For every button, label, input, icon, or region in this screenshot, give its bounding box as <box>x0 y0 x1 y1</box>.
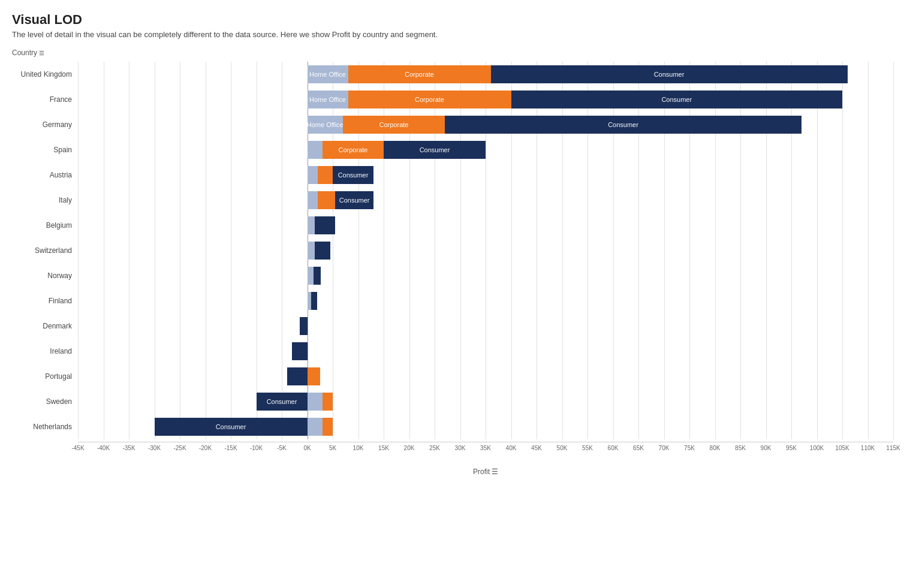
table-row: Denmark <box>12 313 905 339</box>
chart-subtitle: The level of detail in the visual can be… <box>12 30 910 39</box>
country-label: Ireland <box>12 347 78 355</box>
x-axis-tick: 45K <box>531 445 542 451</box>
country-label: Portugal <box>12 372 78 381</box>
table-row: Norway <box>12 263 905 288</box>
x-axis-tick: -10K <box>250 445 263 451</box>
x-axis-tick: -20K <box>199 445 212 451</box>
x-axis-tick: 10K <box>353 445 364 451</box>
x-axis-tick: 30K <box>455 445 466 451</box>
x-axis-tick: 85K <box>735 445 746 451</box>
country-filter-label[interactable]: Country ☰ <box>12 49 905 57</box>
x-axis-tick: 25K <box>429 445 440 451</box>
profit-axis-label: Profit ☰ <box>78 468 893 476</box>
table-row: United KingdomHome OfficeCorporateConsum… <box>12 62 905 87</box>
x-axis-tick: -30K <box>148 445 161 451</box>
x-axis-tick: 75K <box>684 445 695 451</box>
x-axis-tick: 65K <box>633 445 644 451</box>
x-axis-tick: 80K <box>710 445 721 451</box>
table-row: ItalyConsumer <box>12 188 905 213</box>
table-row: SwedenConsumer <box>12 389 905 414</box>
table-row: Finland <box>12 288 905 313</box>
x-axis-tick: 40K <box>506 445 517 451</box>
x-axis-tick: -15K <box>224 445 237 451</box>
x-axis-tick: -40K <box>97 445 110 451</box>
table-row: AustriaConsumer <box>12 162 905 188</box>
x-axis-tick: 70K <box>659 445 670 451</box>
x-axis-tick: -35K <box>122 445 135 451</box>
country-label: Norway <box>12 272 78 280</box>
x-axis-tick: -45K <box>71 445 84 451</box>
x-axis-tick: 5K <box>329 445 336 451</box>
table-row: GermanyHome OfficeCorporateConsumer <box>12 112 905 137</box>
chart-title: Visual LOD <box>12 12 910 28</box>
x-axis: -45K-40K-35K-30K-25K-20K-15K-10K-5K0K5K1… <box>78 442 893 476</box>
x-axis-tick: 55K <box>582 445 593 451</box>
x-axis-tick: -25K <box>173 445 186 451</box>
x-axis-tick: 60K <box>608 445 619 451</box>
table-row: Switzerland <box>12 238 905 263</box>
x-axis-tick: 0K <box>303 445 311 451</box>
table-row: NetherlandsConsumer <box>12 414 905 439</box>
country-label: Belgium <box>12 221 78 230</box>
country-label: United Kingdom <box>12 70 78 79</box>
country-label: Finland <box>12 297 78 305</box>
x-axis-tick: 35K <box>480 445 491 451</box>
country-label: Sweden <box>12 397 78 406</box>
table-row: Portugal <box>12 364 905 389</box>
country-label: Italy <box>12 196 78 204</box>
x-axis-tick: 20K <box>404 445 415 451</box>
filter-icon: ☰ <box>39 50 44 56</box>
chart-rows: United KingdomHome OfficeCorporateConsum… <box>12 62 905 439</box>
table-row: Belgium <box>12 213 905 238</box>
country-label: Denmark <box>12 322 78 330</box>
country-label: Switzerland <box>12 246 78 255</box>
profit-filter-icon: ☰ <box>492 468 498 476</box>
x-axis-tick: 100K <box>810 445 824 451</box>
country-label: Spain <box>12 146 78 154</box>
x-axis-tick: 110K <box>861 445 875 451</box>
country-label: France <box>12 95 78 104</box>
x-axis-tick: 50K <box>557 445 568 451</box>
table-row: Ireland <box>12 339 905 364</box>
x-axis-tick: 105K <box>835 445 849 451</box>
chart-container: Country ☰ United KingdomHome OfficeCorpo… <box>12 49 905 476</box>
x-axis-tick: 115K <box>886 445 900 451</box>
table-row: SpainCorporateConsumer <box>12 137 905 162</box>
x-axis-tick: 90K <box>761 445 772 451</box>
x-axis-tick: 95K <box>786 445 797 451</box>
table-row: FranceHome OfficeCorporateConsumer <box>12 87 905 112</box>
country-label: Austria <box>12 171 78 179</box>
x-axis-tick: -5K <box>277 445 287 451</box>
country-label: Germany <box>12 120 78 129</box>
x-axis-tick: 15K <box>378 445 389 451</box>
country-label: Netherlands <box>12 423 78 431</box>
